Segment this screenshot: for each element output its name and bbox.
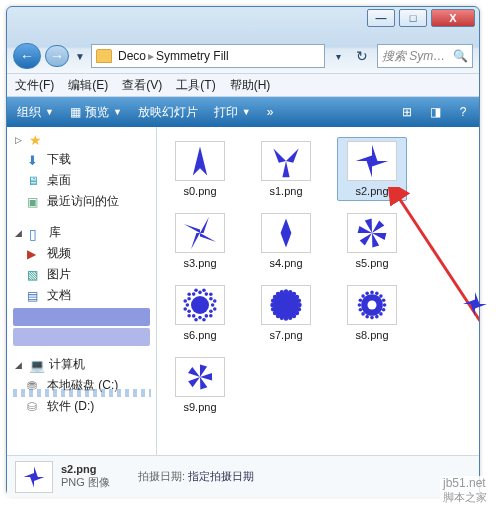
command-bar: 组织▼ ▦预览▼ 放映幻灯片 打印▼ » ⊞ ◨ ?: [7, 97, 479, 127]
sidebar-drive-d[interactable]: ⛁软件 (D:): [7, 396, 156, 417]
file-label: s8.png: [355, 329, 388, 341]
forward-button[interactable]: →: [45, 45, 69, 67]
cmd-print[interactable]: 打印▼: [210, 102, 255, 123]
cmd-organize[interactable]: 组织▼: [13, 102, 58, 123]
sidebar-computer[interactable]: ◢💻计算机: [7, 354, 156, 375]
file-label: s5.png: [355, 257, 388, 269]
back-button[interactable]: ←: [13, 43, 41, 69]
details-pane: s2.png PNG 图像 拍摄日期: 指定拍摄日期: [7, 455, 479, 497]
svg-point-20: [205, 292, 209, 296]
file-s9[interactable]: s9.png: [165, 353, 235, 417]
svg-point-1: [213, 307, 217, 311]
breadcrumb[interactable]: Deco ▸ Symmetry Fill: [91, 44, 325, 68]
thumbnail-icon: [175, 213, 225, 253]
file-s3[interactable]: s3.png: [165, 209, 235, 273]
file-s5[interactable]: s5.png: [337, 209, 407, 273]
svg-point-4: [205, 314, 209, 318]
file-label: s1.png: [269, 185, 302, 197]
search-icon: 🔍: [453, 49, 468, 63]
svg-point-10: [187, 310, 191, 314]
svg-point-45: [297, 299, 302, 304]
cmd-preview[interactable]: ▦预览▼: [66, 102, 126, 123]
svg-point-19: [202, 288, 206, 292]
menu-tools[interactable]: 工具(T): [176, 77, 215, 94]
sidebar-pictures[interactable]: ▧图片: [7, 264, 156, 285]
thumbnail-icon: [347, 285, 397, 325]
download-icon: ⬇: [27, 153, 43, 167]
menu-help[interactable]: 帮助(H): [230, 77, 271, 94]
svg-point-50: [379, 312, 383, 316]
thumbnail-icon: [261, 141, 311, 181]
file-s2[interactable]: s2.png: [337, 137, 407, 201]
address-bar: ← → ▼ Deco ▸ Symmetry Fill ▾ ↻ 搜索 Sym… 🔍: [7, 39, 479, 73]
file-s4[interactable]: s4.png: [251, 209, 321, 273]
file-s7[interactable]: s7.png: [251, 281, 321, 345]
search-placeholder: 搜索 Sym…: [382, 48, 445, 65]
maximize-button[interactable]: □: [399, 9, 427, 27]
address-dropdown[interactable]: ▾: [329, 51, 347, 62]
help-icon[interactable]: ?: [453, 105, 473, 119]
svg-point-30: [288, 316, 293, 321]
file-s1[interactable]: s1.png: [251, 137, 321, 201]
details-filetype: PNG 图像: [61, 475, 110, 490]
svg-point-35: [271, 307, 276, 312]
svg-point-59: [365, 292, 369, 296]
details-name-block: s2.png PNG 图像: [61, 463, 110, 490]
sidebar-libraries[interactable]: ◢▯库: [7, 222, 156, 243]
crumb-symmetry-fill[interactable]: Symmetry Fill: [156, 49, 229, 63]
svg-point-15: [187, 292, 191, 296]
svg-point-6: [198, 316, 202, 320]
svg-point-12: [186, 303, 190, 307]
svg-point-52: [370, 316, 374, 320]
sidebar-videos[interactable]: ▶视频: [7, 243, 156, 264]
svg-point-26: [297, 303, 302, 308]
svg-point-23: [213, 299, 217, 303]
cmd-more[interactable]: »: [263, 103, 278, 121]
menu-bar: 文件(F) 编辑(E) 查看(V) 工具(T) 帮助(H): [7, 73, 479, 97]
obscured-item: [13, 308, 150, 326]
floating-shape-icon: [458, 287, 492, 321]
crumb-deco[interactable]: Deco: [118, 49, 146, 63]
svg-point-9: [187, 314, 191, 318]
sidebar-downloads[interactable]: ⬇下载: [7, 149, 156, 170]
file-s0[interactable]: s0.png: [165, 137, 235, 201]
title-bar: — □ X: [7, 7, 479, 39]
thumbnail-icon: [261, 285, 311, 325]
sidebar-documents[interactable]: ▤文档: [7, 285, 156, 306]
refresh-button[interactable]: ↻: [351, 48, 373, 64]
sidebar-favorites[interactable]: ▷★: [7, 131, 156, 149]
file-s6[interactable]: s6.png: [165, 281, 235, 345]
star-icon: ★: [29, 133, 45, 147]
file-label: s7.png: [269, 329, 302, 341]
cmd-slideshow[interactable]: 放映幻灯片: [134, 102, 202, 123]
details-filename: s2.png: [61, 463, 110, 475]
search-input[interactable]: 搜索 Sym… 🔍: [377, 44, 473, 68]
file-s8[interactable]: s8.png: [337, 281, 407, 345]
svg-point-41: [284, 289, 289, 294]
svg-point-58: [361, 294, 365, 298]
file-label: s2.png: [355, 185, 388, 197]
menu-view[interactable]: 查看(V): [122, 77, 162, 94]
details-date-value[interactable]: 指定拍摄日期: [188, 470, 254, 482]
menu-file[interactable]: 文件(F): [15, 77, 54, 94]
svg-point-57: [359, 298, 363, 302]
computer-icon: 💻: [29, 358, 45, 372]
close-button[interactable]: X: [431, 9, 475, 27]
file-label: s4.png: [269, 257, 302, 269]
svg-point-21: [209, 292, 213, 296]
thumbnail-icon: [261, 213, 311, 253]
nav-history-dropdown[interactable]: ▼: [73, 51, 87, 62]
view-options-icon[interactable]: ⊞: [397, 105, 417, 119]
preview-icon: ▦: [70, 105, 81, 119]
svg-point-40: [280, 290, 285, 295]
sidebar-recent[interactable]: ▣最近访问的位: [7, 191, 156, 212]
preview-pane-icon[interactable]: ◨: [425, 105, 445, 119]
menu-edit[interactable]: 编辑(E): [68, 77, 108, 94]
sidebar-desktop[interactable]: 🖥桌面: [7, 170, 156, 191]
svg-point-2: [209, 310, 213, 314]
thumbnail-icon: [175, 285, 225, 325]
minimize-button[interactable]: —: [367, 9, 395, 27]
file-list[interactable]: s0.pngs1.pngs2.pngs3.pngs4.pngs5.pngs6.p…: [157, 127, 479, 455]
details-thumbnail: [15, 461, 53, 493]
svg-point-62: [379, 294, 383, 298]
